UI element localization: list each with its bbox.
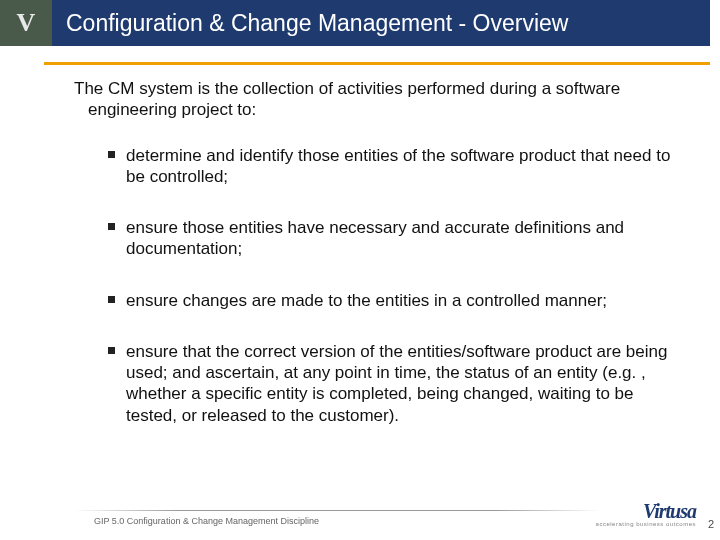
list-item: ensure those entities have necessary and…: [108, 217, 678, 260]
title-bar: Configuration & Change Management - Over…: [52, 0, 710, 46]
list-item: ensure that the correct version of the e…: [108, 341, 678, 426]
brand-name: Virtusa: [643, 500, 696, 522]
logo-letter: V: [17, 8, 36, 38]
intro-text: The CM system is the collection of activ…: [88, 78, 678, 121]
list-item: ensure changes are made to the entities …: [108, 290, 678, 311]
slide-body: The CM system is the collection of activ…: [74, 78, 678, 426]
footer-text: GIP 5.0 Configuration & Change Managemen…: [94, 516, 319, 526]
page-title: Configuration & Change Management - Over…: [66, 10, 568, 37]
header: V Configuration & Change Management - Ov…: [0, 0, 720, 46]
brand-tagline: accelerating business outcomes: [596, 521, 696, 527]
list-item: determine and identify those entities of…: [108, 145, 678, 188]
accent-line: [44, 62, 710, 65]
corner-logo: V: [0, 0, 52, 46]
page-number: 2: [708, 518, 714, 530]
bullet-list: determine and identify those entities of…: [108, 145, 678, 426]
footer: GIP 5.0 Configuration & Change Managemen…: [0, 508, 720, 534]
footer-rule: [74, 510, 600, 511]
footer-logo: Virtusa accelerating business outcomes: [596, 500, 696, 527]
